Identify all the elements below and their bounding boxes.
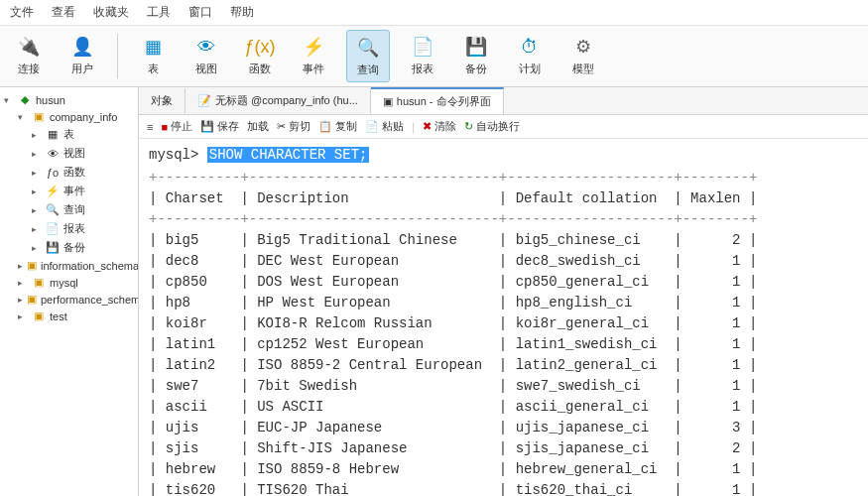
save-button[interactable]: 💾 保存 bbox=[200, 119, 239, 134]
toolbar-button[interactable]: 📄报表 bbox=[402, 30, 443, 82]
tree-item[interactable]: ▸🔍查询 bbox=[32, 200, 134, 219]
tree-db[interactable]: ▸▣mysql bbox=[18, 274, 134, 291]
tool-icon: 👁 bbox=[193, 34, 219, 60]
tree-root[interactable]: ▾ ◆ husun bbox=[4, 91, 134, 108]
toolbar-button[interactable]: ⚡事件 bbox=[293, 30, 334, 82]
tab-icon: ▣ bbox=[383, 95, 393, 108]
menu-item[interactable]: 帮助 bbox=[230, 4, 254, 21]
tab[interactable]: 对象 bbox=[139, 88, 186, 113]
tool-label: 报表 bbox=[412, 62, 434, 76]
menu-item[interactable]: 工具 bbox=[147, 4, 171, 21]
tool-icon: 👤 bbox=[69, 34, 95, 60]
item-icon: ▦ bbox=[46, 128, 60, 141]
database-icon: ▣ bbox=[32, 276, 46, 289]
tool-label: 查询 bbox=[357, 62, 379, 77]
item-label: 视图 bbox=[63, 146, 85, 161]
tab[interactable]: 📝无标题 @company_info (hu... bbox=[186, 88, 371, 113]
toolbar-button[interactable]: 💾备份 bbox=[455, 30, 497, 82]
tab-label: 对象 bbox=[151, 93, 173, 108]
item-label: 事件 bbox=[63, 184, 85, 198]
toolbar-button[interactable]: 🔍查询 bbox=[346, 30, 390, 82]
database-label: performance_schema bbox=[41, 294, 139, 306]
tool-label: 模型 bbox=[572, 62, 594, 76]
database-icon: ▣ bbox=[27, 259, 37, 272]
tab-icon: 📝 bbox=[197, 94, 211, 107]
tree-item[interactable]: ▸⚡事件 bbox=[32, 182, 134, 200]
content-area: 对象📝无标题 @company_info (hu...▣husun - 命令列界… bbox=[139, 87, 868, 496]
tab-bar: 对象📝无标题 @company_info (hu...▣husun - 命令列界… bbox=[139, 87, 868, 115]
item-label: 报表 bbox=[63, 221, 85, 236]
tool-icon: 🔌 bbox=[16, 34, 42, 60]
menu-item[interactable]: 文件 bbox=[10, 4, 34, 21]
tool-label: 连接 bbox=[18, 62, 40, 76]
caret-icon: ▾ bbox=[4, 95, 14, 105]
tree-item[interactable]: ▸ƒo函数 bbox=[32, 163, 134, 182]
menu-item[interactable]: 窗口 bbox=[188, 4, 212, 21]
item-icon: 📄 bbox=[46, 222, 60, 235]
toolbar-button[interactable]: 👤用户 bbox=[62, 30, 103, 82]
toolbar-button[interactable]: ƒ(x)函数 bbox=[239, 30, 281, 82]
item-icon: ƒo bbox=[46, 167, 60, 179]
tool-label: 用户 bbox=[71, 62, 93, 76]
terminal-output[interactable]: mysql> SHOW CHARACTER SET;+----------+--… bbox=[139, 139, 868, 496]
tab-label: husun - 命令列界面 bbox=[397, 94, 491, 109]
tree-item[interactable]: ▸▦表 bbox=[32, 125, 134, 144]
tool-label: 备份 bbox=[465, 62, 487, 76]
connection-icon: ◆ bbox=[18, 93, 32, 106]
tool-icon: ⚙ bbox=[570, 34, 596, 60]
tab[interactable]: ▣husun - 命令列界面 bbox=[371, 87, 504, 114]
tree-item[interactable]: ▸💾备份 bbox=[32, 238, 134, 257]
paste-button[interactable]: 📄 粘贴 bbox=[365, 119, 404, 134]
tree-db[interactable]: ▸▣test bbox=[18, 308, 134, 324]
sub-toolbar: ≡ ■ 停止 💾 保存 加载 ✂ 剪切 📋 复制 📄 粘贴 | ✖ 清除 ↻ 自… bbox=[139, 115, 868, 139]
database-label: company_info bbox=[50, 111, 118, 123]
sidebar: ▾ ◆ husun ▾ ▣ company_info ▸▦表▸👁视图▸ƒo函数▸… bbox=[0, 87, 139, 496]
database-label: mysql bbox=[50, 277, 78, 289]
item-icon: 💾 bbox=[46, 241, 60, 254]
toolbar-button[interactable]: ▦表 bbox=[132, 30, 174, 82]
stop-button[interactable]: ■ 停止 bbox=[161, 119, 192, 134]
tool-label: 函数 bbox=[249, 62, 271, 76]
copy-button[interactable]: 📋 复制 bbox=[318, 119, 357, 134]
tool-icon: 📄 bbox=[410, 34, 435, 60]
cut-button[interactable]: ✂ 剪切 bbox=[277, 119, 310, 134]
toolbar-button[interactable]: ⚙模型 bbox=[562, 30, 604, 82]
connection-label: husun bbox=[36, 94, 65, 106]
toolbar-button[interactable]: ⏱计划 bbox=[509, 30, 551, 82]
menubar: 文件查看收藏夹工具窗口帮助 bbox=[0, 0, 868, 26]
tool-label: 计划 bbox=[519, 62, 541, 76]
tree-db[interactable]: ▾ ▣ company_info bbox=[18, 108, 134, 125]
database-label: test bbox=[50, 310, 67, 322]
database-icon: ▣ bbox=[32, 310, 46, 322]
hamburger-icon[interactable]: ≡ bbox=[147, 121, 153, 133]
clear-button[interactable]: ✖ 清除 bbox=[423, 119, 456, 134]
tool-label: 视图 bbox=[195, 62, 217, 76]
tree-item[interactable]: ▸👁视图 bbox=[32, 144, 134, 163]
tab-label: 无标题 @company_info (hu... bbox=[215, 93, 358, 108]
tool-icon: 🔍 bbox=[355, 35, 381, 61]
caret-icon: ▾ bbox=[18, 112, 28, 122]
autorun-toggle[interactable]: ↻ 自动换行 bbox=[464, 119, 520, 134]
item-icon: 🔍 bbox=[46, 203, 60, 216]
item-label: 函数 bbox=[63, 165, 85, 180]
menu-item[interactable]: 收藏夹 bbox=[93, 4, 129, 21]
menu-item[interactable]: 查看 bbox=[52, 4, 75, 21]
item-label: 查询 bbox=[63, 202, 85, 217]
tool-icon: ⚡ bbox=[301, 34, 326, 60]
database-icon: ▣ bbox=[27, 293, 37, 306]
item-label: 备份 bbox=[63, 240, 85, 255]
tree-db[interactable]: ▸▣performance_schema bbox=[18, 291, 134, 308]
toolbar-button[interactable]: 👁视图 bbox=[186, 30, 227, 82]
database-icon: ▣ bbox=[32, 110, 46, 123]
item-label: 表 bbox=[63, 127, 74, 142]
load-button[interactable]: 加载 bbox=[247, 119, 269, 134]
item-icon: ⚡ bbox=[46, 185, 60, 197]
tool-label: 表 bbox=[148, 62, 159, 76]
tree-item[interactable]: ▸📄报表 bbox=[32, 219, 134, 238]
main-toolbar: 🔌连接👤用户▦表👁视图ƒ(x)函数⚡事件🔍查询📄报表💾备份⏱计划⚙模型 bbox=[0, 26, 868, 87]
item-icon: 👁 bbox=[46, 148, 60, 160]
tool-icon: ▦ bbox=[140, 34, 166, 60]
toolbar-button[interactable]: 🔌连接 bbox=[8, 30, 50, 82]
tree-db[interactable]: ▸▣information_schema bbox=[18, 257, 134, 274]
tool-label: 事件 bbox=[303, 62, 324, 76]
